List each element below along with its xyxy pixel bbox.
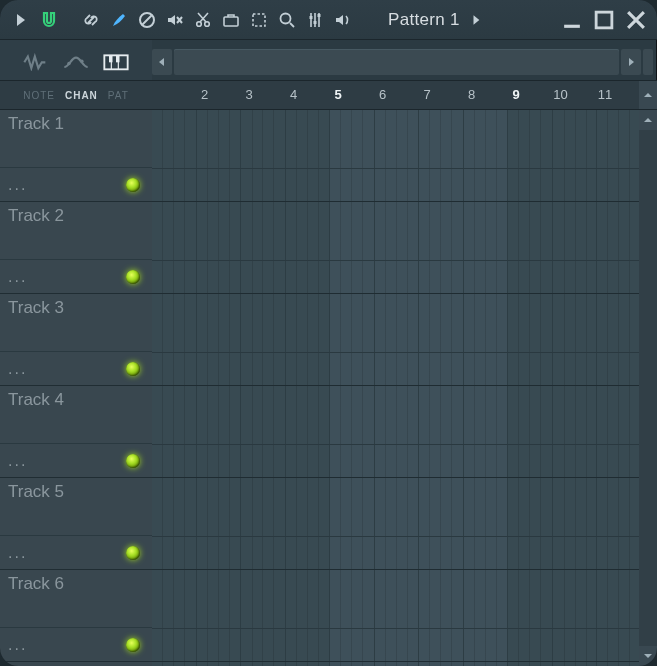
- menu-chevron-icon[interactable]: [10, 9, 32, 31]
- magnet-icon[interactable]: [38, 9, 60, 31]
- grid-row[interactable]: [152, 478, 639, 570]
- grid-row[interactable]: [152, 570, 639, 662]
- svg-line-1: [142, 15, 152, 25]
- track-menu-dots[interactable]: ...: [8, 544, 27, 562]
- track-header[interactable]: Track 2...: [0, 202, 152, 294]
- timeline-nav: [152, 40, 657, 80]
- svg-rect-21: [116, 55, 119, 62]
- view-tabs: [0, 40, 152, 80]
- marquee-icon[interactable]: [248, 9, 270, 31]
- ruler-mark: 7: [423, 87, 430, 102]
- track-header[interactable]: Track 4...: [0, 386, 152, 478]
- subtab-chan[interactable]: CHAN: [65, 90, 98, 101]
- track-label: Track 1: [0, 110, 152, 138]
- track-mute-led[interactable]: [126, 638, 140, 652]
- svg-rect-10: [310, 16, 313, 19]
- playlist-grid-wrap: Track 1...Track 2...Track 3...Track 4...…: [0, 110, 657, 666]
- vscroll-up-icon[interactable]: [639, 110, 657, 130]
- maximize-button[interactable]: [593, 9, 615, 31]
- svg-rect-12: [318, 14, 321, 17]
- nav-right-button[interactable]: [621, 49, 641, 75]
- svg-rect-6: [224, 17, 238, 26]
- svg-rect-11: [314, 21, 317, 24]
- grid-row[interactable]: [152, 386, 639, 478]
- track-lower: ...: [0, 627, 152, 661]
- svg-rect-13: [564, 24, 580, 27]
- track-menu-dots[interactable]: ...: [8, 636, 27, 654]
- track-header[interactable]: Track 3...: [0, 294, 152, 386]
- vscroll-track[interactable]: [639, 130, 657, 646]
- track-mute-led[interactable]: [126, 178, 140, 192]
- svg-point-16: [80, 59, 83, 62]
- track-header[interactable]: Track 6...: [0, 570, 152, 662]
- vscroll-up-gap: [639, 81, 657, 109]
- pattern-chevron-icon[interactable]: [470, 13, 484, 27]
- grid-row[interactable]: [152, 110, 639, 202]
- subtab-pat[interactable]: PAT: [108, 90, 129, 101]
- track-mute-led[interactable]: [126, 270, 140, 284]
- ruler-mark: 2: [201, 87, 208, 102]
- ruler-mark: 5: [334, 87, 341, 102]
- close-button[interactable]: [625, 9, 647, 31]
- svg-rect-7: [253, 14, 265, 26]
- track-list: Track 1...Track 2...Track 3...Track 4...…: [0, 110, 152, 666]
- zoom-icon[interactable]: [276, 9, 298, 31]
- ruler-row: NOTE CHAN PAT 23456789101112: [0, 80, 657, 110]
- ruler-mark: 10: [553, 87, 567, 102]
- brush-icon[interactable]: [108, 9, 130, 31]
- track-label: Track 4: [0, 386, 152, 414]
- track-label: Track 3: [0, 294, 152, 322]
- ruler-mark: 4: [290, 87, 297, 102]
- view-nav-row: [0, 40, 657, 80]
- no-mute-icon[interactable]: [136, 9, 158, 31]
- vscroll-down-icon[interactable]: [639, 646, 657, 666]
- track-label: Track 6: [0, 570, 152, 598]
- cut-icon[interactable]: [192, 9, 214, 31]
- track-lower: ...: [0, 535, 152, 569]
- nav-end-marker[interactable]: [643, 49, 653, 75]
- track-menu-dots[interactable]: ...: [8, 268, 27, 286]
- ruler-mark: 3: [245, 87, 252, 102]
- track-header[interactable]: Track 1...: [0, 110, 152, 202]
- automation-view-icon[interactable]: [62, 48, 90, 76]
- minimize-button[interactable]: [561, 9, 583, 31]
- track-lower: ...: [0, 259, 152, 293]
- track-mute-led[interactable]: [126, 362, 140, 376]
- track-menu-dots[interactable]: ...: [8, 360, 27, 378]
- mute-speaker-icon[interactable]: [164, 9, 186, 31]
- grid-row[interactable]: [152, 294, 639, 386]
- ruler-mark: 9: [512, 87, 519, 102]
- ruler-mark: 11: [598, 87, 612, 102]
- track-label: Track 2: [0, 202, 152, 230]
- pattern-title[interactable]: Pattern 1: [388, 10, 460, 30]
- svg-line-9: [290, 23, 294, 27]
- svg-point-8: [281, 13, 291, 23]
- track-menu-dots[interactable]: ...: [8, 176, 27, 194]
- sliders-icon[interactable]: [304, 9, 326, 31]
- track-mute-led[interactable]: [126, 454, 140, 468]
- link-icon[interactable]: [80, 9, 102, 31]
- time-ruler[interactable]: 23456789101112: [152, 81, 639, 109]
- ruler-mark: 6: [379, 87, 386, 102]
- subtab-note[interactable]: NOTE: [23, 90, 55, 101]
- track-menu-dots[interactable]: ...: [8, 452, 27, 470]
- track-lower: ...: [0, 443, 152, 477]
- sub-tabs: NOTE CHAN PAT: [0, 81, 152, 109]
- grid-row[interactable]: [152, 202, 639, 294]
- nav-left-button[interactable]: [152, 49, 172, 75]
- track-mute-led[interactable]: [126, 546, 140, 560]
- waveform-view-icon[interactable]: [22, 48, 50, 76]
- svg-rect-20: [109, 55, 112, 62]
- nav-scrollbar[interactable]: [174, 49, 619, 75]
- svg-point-15: [67, 61, 70, 64]
- piano-view-icon[interactable]: [102, 48, 130, 76]
- vertical-scrollbar[interactable]: [639, 110, 657, 666]
- track-lower: ...: [0, 167, 152, 201]
- svg-rect-14: [596, 12, 612, 28]
- speaker-icon[interactable]: [332, 9, 354, 31]
- track-header[interactable]: Track 5...: [0, 478, 152, 570]
- playlist-window: Pattern 1: [0, 0, 657, 666]
- playlist-grid[interactable]: [152, 110, 639, 666]
- track-label: Track 5: [0, 478, 152, 506]
- toolbox-icon[interactable]: [220, 9, 242, 31]
